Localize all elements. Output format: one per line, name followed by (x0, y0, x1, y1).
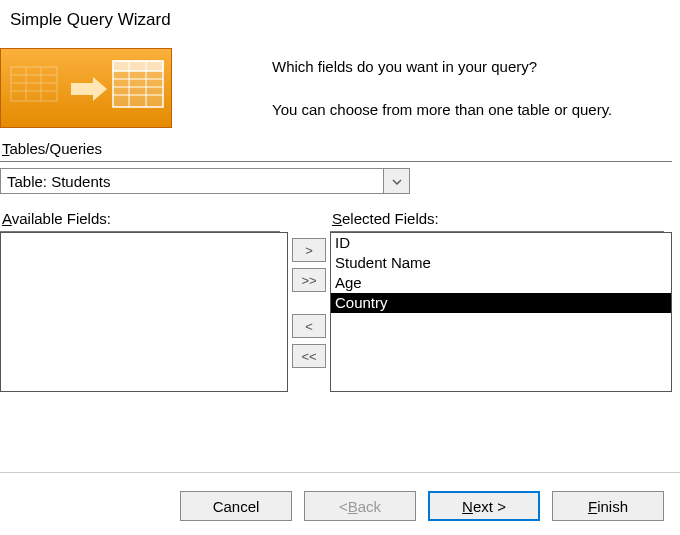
combo-dropdown-button[interactable] (384, 168, 410, 194)
wizard-window: Simple Query Wizard (0, 0, 680, 535)
chevron-down-icon (392, 176, 402, 187)
tables-queries-combo[interactable]: Table: Students (0, 168, 410, 194)
remove-all-fields-button[interactable]: << (292, 344, 326, 368)
back-button[interactable]: < Back (304, 491, 416, 521)
selected-fields-label: Selected Fields: (330, 198, 664, 232)
add-field-button[interactable]: > (292, 238, 326, 262)
window-title: Simple Query Wizard (0, 0, 680, 38)
cancel-button[interactable]: Cancel (180, 491, 292, 521)
header-area: Which fields do you want in your query? … (0, 38, 680, 128)
intro-line-2: You can choose from more than one table … (272, 99, 612, 120)
move-buttons-column: > >> < << (288, 198, 330, 392)
list-item[interactable]: Age (331, 273, 671, 293)
list-item[interactable]: Country (331, 293, 671, 313)
list-item[interactable]: Student Name (331, 253, 671, 273)
selected-fields-list[interactable]: IDStudent NameAgeCountry (330, 232, 672, 392)
button-bar: Cancel < Back Next > Finish (0, 472, 680, 521)
list-item[interactable]: ID (331, 233, 671, 253)
add-all-fields-button[interactable]: >> (292, 268, 326, 292)
tables-queries-label: Tables/Queries (0, 128, 672, 162)
available-fields-list[interactable] (0, 232, 288, 392)
available-fields-label: Available Fields: (0, 198, 280, 232)
svg-rect-9 (113, 61, 163, 71)
remove-field-button[interactable]: < (292, 314, 326, 338)
wizard-illustration (0, 48, 172, 128)
fields-area: Available Fields: > >> < << Selected Fie… (0, 198, 672, 392)
intro-line-1: Which fields do you want in your query? (272, 56, 612, 77)
next-button[interactable]: Next > (428, 491, 540, 521)
finish-button[interactable]: Finish (552, 491, 664, 521)
intro-text: Which fields do you want in your query? … (172, 38, 632, 120)
tables-queries-value[interactable]: Table: Students (0, 168, 384, 194)
